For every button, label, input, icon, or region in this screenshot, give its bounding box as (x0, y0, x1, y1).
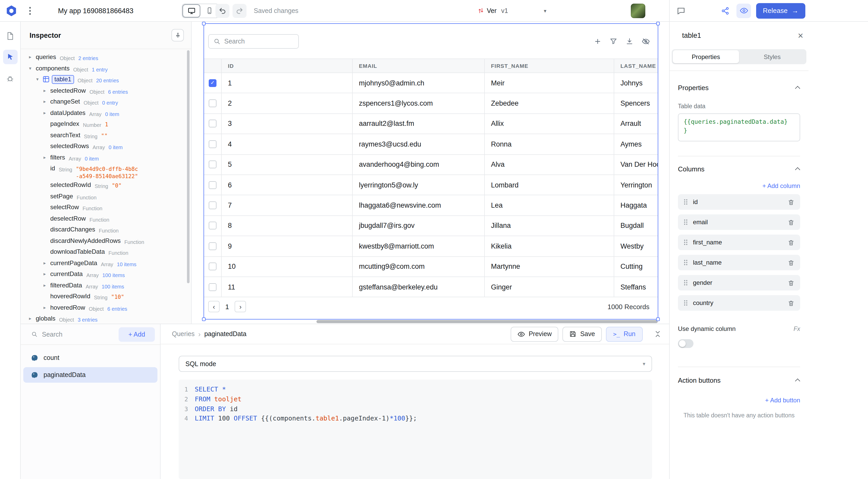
app-preview-eye-icon[interactable] (737, 3, 751, 18)
tree-chevron-icon[interactable]: ▸ (43, 154, 50, 161)
tree-item-selectedRowId[interactable]: selectedRowIdString"0" (21, 180, 191, 191)
add-row-icon[interactable] (591, 35, 603, 47)
inspector-cursor-icon[interactable] (3, 50, 17, 64)
tree-chevron-icon[interactable]: ▸ (29, 315, 36, 323)
tree-item-globals[interactable]: ▸globalsObject3 entries (21, 313, 191, 324)
add-query-button[interactable]: + Add (119, 327, 155, 342)
prev-page-button[interactable]: ‹ (208, 301, 220, 313)
column-header-last_name[interactable]: LAST_NAME (614, 59, 658, 72)
tree-chevron-icon[interactable]: ▸ (43, 87, 50, 95)
column-item-first_name[interactable]: first_name (678, 234, 800, 250)
tree-item-queries[interactable]: ▸queriesObject2 entries (21, 52, 191, 63)
column-header-email[interactable]: EMAIL (353, 59, 485, 72)
delete-column-icon[interactable] (788, 219, 795, 225)
table-row[interactable]: 10mcutting9@com.comMartynneCutting (204, 257, 658, 277)
fx-button[interactable]: Fx (794, 326, 800, 332)
row-checkbox[interactable] (204, 236, 222, 256)
table-row[interactable]: ✓1mjohnys0@admin.chMeirJohnys (204, 73, 658, 93)
tree-item-components[interactable]: ▾componentsObject1 entry (21, 63, 191, 74)
delete-column-icon[interactable] (788, 239, 795, 246)
tree-chevron-icon[interactable]: ▾ (36, 75, 43, 84)
add-action-button[interactable]: + Add button (678, 397, 800, 404)
select-all-cell[interactable] (204, 59, 222, 72)
row-checkbox[interactable]: ✓ (204, 73, 222, 93)
collapse-panel-icon[interactable] (654, 330, 662, 338)
tooljet-logo-icon[interactable] (5, 4, 18, 17)
tree-item-deselectRow[interactable]: deselectRowFunction (21, 213, 191, 224)
delete-column-icon[interactable] (788, 279, 795, 286)
download-icon[interactable] (624, 35, 636, 47)
table-search-input[interactable] (224, 37, 286, 45)
row-checkbox[interactable] (204, 257, 222, 277)
tree-item-filteredData[interactable]: ▸filteredDataArray100 items (21, 280, 191, 291)
run-button[interactable]: >_ Run (606, 326, 643, 342)
filter-icon[interactable] (608, 35, 619, 47)
table-row[interactable]: 11gsteffansa@berkeley.eduGingerSteffans (204, 277, 658, 297)
comments-icon[interactable] (676, 6, 686, 15)
preview-button[interactable]: Preview (510, 326, 559, 342)
drag-handle-icon[interactable] (684, 259, 688, 266)
canvas[interactable]: IDEMAILFIRST_NAMELAST_NAME ✓1mjohnys0@ad… (192, 22, 669, 324)
breadcrumb-current-query[interactable]: paginatedData (204, 330, 247, 338)
next-page-button[interactable]: › (235, 301, 246, 313)
row-checkbox[interactable] (204, 155, 222, 174)
column-item-last_name[interactable]: last_name (678, 255, 800, 270)
row-checkbox[interactable] (204, 195, 222, 216)
version-selector[interactable]: Ver v1 (477, 7, 508, 14)
dynamic-column-toggle[interactable] (678, 339, 693, 348)
drag-handle-icon[interactable] (684, 219, 688, 225)
drag-handle-icon[interactable] (684, 280, 688, 286)
tree-item-hoveredRowId[interactable]: hoveredRowIdString"10" (21, 291, 191, 302)
column-item-country[interactable]: country (678, 295, 800, 311)
drag-handle-icon[interactable] (684, 199, 688, 205)
column-item-email[interactable]: email (678, 214, 800, 230)
table-row[interactable]: 5avanderhoog4@bing.comAlvaVan Der Hoog (204, 155, 658, 175)
breadcrumb-queries[interactable]: Queries (172, 330, 195, 338)
tab-styles[interactable]: Styles (739, 50, 805, 63)
resize-handle[interactable] (202, 317, 206, 321)
tree-item-discardNewlyAddedRows[interactable]: discardNewlyAddedRowsFunction (21, 235, 191, 247)
row-checkbox[interactable] (204, 175, 222, 195)
app-title[interactable]: My app 1690881866483 (58, 7, 133, 14)
tree-item-pageIndex[interactable]: pageIndexNumber1 (21, 119, 191, 130)
table-search[interactable] (208, 34, 299, 49)
inspector-scrollbar[interactable] (187, 50, 190, 283)
delete-column-icon[interactable] (788, 199, 795, 205)
column-header-id[interactable]: ID (222, 59, 353, 72)
action-buttons-section-header[interactable]: Action buttons (678, 377, 800, 384)
table-widget[interactable]: IDEMAILFIRST_NAMELAST_NAME ✓1mjohnys0@ad… (204, 23, 658, 320)
save-button[interactable]: Save (563, 326, 602, 342)
pages-icon[interactable] (3, 29, 17, 43)
tab-properties[interactable]: Properties (673, 50, 739, 63)
tree-item-downloadTableData[interactable]: downloadTableDataFunction (21, 247, 191, 258)
tree-chevron-icon[interactable]: ▾ (29, 64, 36, 72)
resize-handle[interactable] (202, 22, 206, 25)
row-checkbox[interactable] (204, 216, 222, 235)
app-menu-icon[interactable] (29, 6, 31, 15)
delete-column-icon[interactable] (788, 259, 795, 266)
sql-editor[interactable]: 1SELECT *2FROM tooljet3ORDER BY id4LIMIT… (179, 380, 652, 479)
debugger-icon[interactable] (3, 71, 17, 86)
tree-item-selectedRows[interactable]: selectedRowsArray0 item (21, 141, 191, 152)
resize-handle[interactable] (656, 22, 660, 25)
redo-icon[interactable] (232, 4, 247, 18)
table-row[interactable]: 8jbugdall7@irs.govJillanaBugdall (204, 216, 658, 236)
properties-section-header[interactable]: Properties (678, 84, 800, 92)
row-checkbox[interactable] (204, 277, 222, 297)
tree-item-dataUpdates[interactable]: ▸dataUpdatesArray0 item (21, 107, 191, 119)
tree-item-changeSet[interactable]: ▸changeSetObject0 entry (21, 96, 191, 107)
share-icon[interactable] (721, 6, 730, 15)
drag-handle-icon[interactable] (684, 300, 688, 306)
tree-item-selectRow[interactable]: selectRowFunction (21, 202, 191, 213)
tree-chevron-icon[interactable]: ▸ (43, 304, 50, 312)
query-item-count[interactable]: count (23, 350, 157, 365)
tree-chevron-icon[interactable]: ▸ (43, 282, 50, 289)
query-item-paginatedData[interactable]: paginatedData (23, 367, 157, 383)
table-row[interactable]: 7lhaggata6@newsvine.comLeaHaggata (204, 195, 658, 216)
table-row[interactable]: 6lyerrington5@ow.lyLombardYerrington (204, 175, 658, 195)
column-item-gender[interactable]: gender (678, 275, 800, 290)
close-icon[interactable]: × (798, 31, 803, 40)
table-row[interactable]: 3aarrault2@last.fmAllixArrault (204, 114, 658, 134)
user-avatar[interactable] (631, 3, 645, 18)
tree-chevron-icon[interactable]: ▸ (43, 259, 50, 267)
